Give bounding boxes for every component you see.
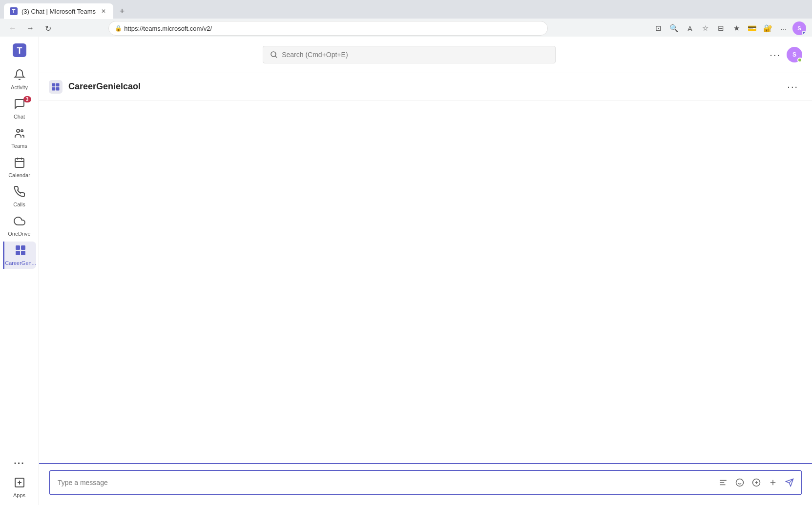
svg-rect-19 bbox=[56, 83, 60, 86]
sidebar-item-chat[interactable]: 3 Chat bbox=[3, 95, 36, 122]
messages-area bbox=[39, 101, 812, 463]
user-avatar[interactable]: S bbox=[787, 47, 802, 62]
sidebar-item-calendar[interactable]: Calendar bbox=[3, 154, 36, 181]
svg-rect-6 bbox=[15, 159, 24, 167]
search-container bbox=[49, 46, 770, 63]
chat-badge: 3 bbox=[23, 96, 31, 102]
message-input[interactable] bbox=[50, 472, 715, 493]
svg-rect-20 bbox=[52, 87, 56, 90]
calls-icon bbox=[14, 186, 25, 200]
browser-toolbar: ← → ↻ 🔒 https://teams.microsoft.com/v2/ … bbox=[0, 19, 812, 38]
svg-point-4 bbox=[17, 129, 20, 132]
address-text: https://teams.microsoft.com/v2/ bbox=[124, 25, 212, 32]
toolbar-right: ⊡ 🔍 A ☆ ⊟ ★ 💳 🔐 ··· S bbox=[652, 21, 806, 35]
browser-tabs: T (3) Chat | Microsoft Teams ✕ + bbox=[0, 0, 812, 19]
svg-rect-18 bbox=[52, 83, 56, 86]
new-tab-button[interactable]: + bbox=[115, 4, 129, 18]
message-input-actions bbox=[715, 475, 801, 490]
header-right: ··· S bbox=[770, 47, 802, 62]
onedrive-icon bbox=[14, 215, 25, 229]
activity-label: Activity bbox=[11, 84, 28, 90]
forward-button[interactable]: → bbox=[23, 21, 37, 35]
search-input[interactable] bbox=[282, 51, 548, 59]
teams-label: Teams bbox=[11, 143, 27, 149]
back-button[interactable]: ← bbox=[6, 21, 20, 35]
activity-icon bbox=[14, 69, 25, 82]
teams-icon bbox=[14, 127, 25, 141]
send-button[interactable] bbox=[782, 475, 797, 490]
sidebar-item-careergenie[interactable]: CareerGen... bbox=[3, 242, 36, 269]
apps-label: Apps bbox=[13, 492, 25, 498]
svg-rect-10 bbox=[16, 245, 20, 250]
sidebar-item-teams[interactable]: Teams bbox=[3, 124, 36, 152]
teams-app: T Activity 3 Chat Teams bbox=[0, 37, 812, 505]
sidebar-item-apps[interactable]: Apps bbox=[3, 474, 36, 501]
message-input-box bbox=[49, 470, 802, 495]
online-status-dot bbox=[797, 58, 802, 62]
refresh-button[interactable]: ↻ bbox=[41, 21, 55, 35]
tab-groups-icon[interactable]: ⊟ bbox=[714, 21, 728, 35]
main-content: ··· S CareerGenielcaol ··· bbox=[39, 37, 812, 505]
tab-title: (3) Chat | Microsoft Teams bbox=[21, 8, 96, 15]
svg-rect-21 bbox=[56, 87, 60, 90]
sidebar-item-activity[interactable]: Activity bbox=[3, 66, 36, 93]
header-more-button[interactable]: ··· bbox=[770, 49, 781, 61]
more-label: ··· bbox=[14, 458, 25, 469]
reader-icon[interactable]: A bbox=[683, 21, 697, 35]
channel-title: CareerGenielcaol bbox=[68, 81, 141, 92]
svg-point-17 bbox=[271, 52, 276, 57]
svg-rect-11 bbox=[21, 245, 25, 250]
channel-header: CareerGenielcaol ··· bbox=[39, 73, 812, 101]
calendar-label: Calendar bbox=[8, 172, 30, 178]
browser-chrome: T (3) Chat | Microsoft Teams ✕ + ← → ↻ 🔒… bbox=[0, 0, 812, 37]
star-icon[interactable]: ☆ bbox=[699, 21, 712, 35]
search-bar[interactable] bbox=[263, 46, 556, 63]
browser-profile-icon[interactable]: 🔐 bbox=[761, 21, 775, 35]
browser-profile-button[interactable]: S bbox=[792, 21, 806, 35]
attach-button[interactable] bbox=[765, 475, 781, 490]
sidebar-item-onedrive[interactable]: OneDrive bbox=[3, 212, 36, 240]
search-icon bbox=[270, 51, 278, 59]
gif-button[interactable] bbox=[749, 475, 764, 490]
channel-header-actions: ··· bbox=[783, 79, 802, 94]
careergenie-label: CareerGen... bbox=[5, 260, 36, 266]
channel-icon bbox=[49, 80, 62, 94]
wallet-icon[interactable]: 💳 bbox=[746, 21, 759, 35]
active-tab[interactable]: T (3) Chat | Microsoft Teams ✕ bbox=[4, 3, 113, 19]
emoji-button[interactable] bbox=[732, 475, 748, 490]
sidebar-teams-logo[interactable]: T bbox=[3, 40, 36, 62]
svg-text:T: T bbox=[12, 8, 16, 14]
svg-text:T: T bbox=[17, 46, 22, 56]
message-input-area bbox=[39, 463, 812, 505]
zoom-icon[interactable]: 🔍 bbox=[667, 21, 681, 35]
teams-logo-icon: T bbox=[13, 43, 26, 59]
apps-add-icon bbox=[14, 477, 25, 490]
teams-header: ··· S bbox=[39, 37, 812, 73]
avatar-initials: S bbox=[792, 51, 796, 58]
sidebar: T Activity 3 Chat Teams bbox=[0, 37, 39, 505]
lock-icon: 🔒 bbox=[115, 25, 122, 32]
svg-rect-12 bbox=[16, 251, 20, 255]
calls-label: Calls bbox=[13, 202, 25, 207]
sidebar-item-calls[interactable]: Calls bbox=[3, 183, 36, 210]
tab-close-button[interactable]: ✕ bbox=[100, 7, 107, 15]
format-button[interactable] bbox=[715, 475, 731, 490]
favorites-icon[interactable]: ★ bbox=[730, 21, 744, 35]
svg-rect-13 bbox=[21, 251, 25, 255]
address-bar[interactable]: 🔒 https://teams.microsoft.com/v2/ bbox=[108, 21, 548, 36]
more-menu-button[interactable]: ··· bbox=[777, 21, 791, 35]
onedrive-label: OneDrive bbox=[8, 231, 30, 237]
chat-label: Chat bbox=[14, 114, 25, 120]
channel-more-button[interactable]: ··· bbox=[783, 79, 802, 94]
sidebar-item-more[interactable]: ··· bbox=[3, 455, 36, 472]
tab-favicon: T bbox=[10, 7, 18, 15]
careergenie-icon bbox=[15, 244, 26, 258]
split-view-icon[interactable]: ⊡ bbox=[652, 21, 666, 35]
svg-point-25 bbox=[736, 479, 744, 486]
calendar-icon bbox=[14, 157, 25, 170]
svg-point-5 bbox=[21, 130, 23, 132]
